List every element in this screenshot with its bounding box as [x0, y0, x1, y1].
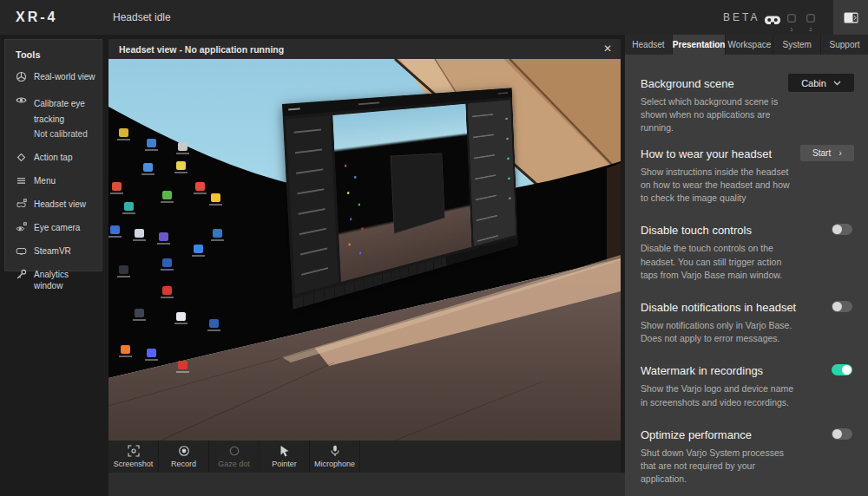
pointer-icon [279, 445, 291, 457]
gaze-dot-button[interactable]: Gaze dot [209, 441, 260, 473]
setting-background-scene: Background scene Cabin Select which back… [641, 77, 854, 135]
screenshot-icon [128, 445, 140, 457]
desktop-icon [147, 349, 156, 357]
desktop-icon [209, 319, 219, 328]
setting-title: Disable notifications in headset [641, 301, 854, 314]
desktop-icon [135, 229, 144, 238]
tab-headset[interactable]: Headset [625, 35, 673, 55]
desktop-icon [178, 361, 187, 369]
headset-view-header: Headset view - No application running ✕ [108, 39, 621, 59]
disable-touch-controls-toggle[interactable] [832, 224, 852, 235]
microphone-icon [329, 445, 341, 457]
headset-view-icon [16, 199, 27, 210]
panel-toggle-icon [844, 12, 858, 23]
desktop-icon [176, 161, 186, 170]
desktop-icon [162, 191, 172, 199]
setting-description: Show notifications only in Varjo Base. D… [641, 319, 797, 345]
screenshot-button[interactable]: Screenshot [108, 441, 159, 473]
app-logo: XR-4 [16, 10, 57, 25]
headset-view-panel: Headset view - No application running ✕ [108, 39, 621, 473]
diamond-icon [16, 152, 27, 163]
headset-view-video [108, 59, 621, 441]
desktop-icon [119, 265, 128, 274]
close-icon[interactable]: ✕ [603, 42, 612, 55]
eye-camera-icon [16, 222, 27, 233]
viewer-toolbar: Screenshot Record Gaze dot Pointer Micro… [108, 441, 621, 473]
top-bar: XR-4 Headset idle BETA 1 2 [0, 0, 868, 35]
sidebar-item-steamvr[interactable]: SteamVR [5, 239, 102, 263]
desktop-icon [213, 229, 222, 238]
setting-title: Watermark in recordings [641, 364, 854, 377]
setting-title: Disable touch controls [641, 224, 854, 237]
desktop-icon [195, 182, 205, 191]
chevron-down-icon [833, 81, 841, 86]
desktop-icon [110, 225, 120, 234]
desktop-icon [162, 286, 172, 295]
desktop-icon [159, 232, 168, 241]
beta-badge: BETA [723, 11, 760, 23]
eye-icon [16, 95, 27, 106]
tab-system[interactable]: System [773, 35, 821, 55]
optimize-performance-toggle[interactable] [832, 428, 852, 440]
desktop-icon [135, 309, 144, 317]
sidebar-item-headset-view[interactable]: Headset view [5, 193, 102, 216]
setting-description: Show instructions inside the headset on … [641, 166, 797, 206]
setting-description: Select which background scene is shown w… [641, 95, 797, 135]
setting-disable-notifications: Disable notifications in headset Show no… [641, 301, 854, 345]
record-icon [178, 445, 190, 457]
display-2-icon[interactable]: 2 [806, 10, 816, 32]
desktop-icon [162, 258, 172, 267]
background-scene-dropdown[interactable]: Cabin [788, 74, 854, 92]
desktop-icon [119, 128, 128, 137]
tools-title: Tools [16, 49, 102, 60]
sidebar-item-real-world-view[interactable]: Real-world view [5, 65, 102, 88]
headset-icon [764, 13, 781, 29]
setting-how-to-wear: How to wear your headset Start › Show in… [641, 147, 854, 206]
tools-sidebar: Tools Real-world view Calibrate eye trac… [4, 39, 102, 271]
desktop-icon [147, 139, 156, 147]
tab-support[interactable]: Support [821, 35, 868, 55]
eye-tracking-status: Not calibrated [34, 128, 98, 140]
desktop-icon [211, 193, 220, 202]
nested-window-right-panel [468, 100, 516, 246]
toggle-side-panel-button[interactable] [833, 0, 868, 35]
tab-presentation[interactable]: Presentation [673, 35, 727, 55]
record-button[interactable]: Record [159, 441, 209, 473]
desktop-icon [143, 163, 153, 172]
gaze-dot-icon [228, 445, 240, 457]
sidebar-item-menu[interactable]: Menu [5, 169, 102, 193]
microphone-button[interactable]: Microphone [310, 441, 360, 473]
tab-workspace[interactable]: Workspace [726, 35, 773, 55]
setting-watermark: Watermark in recordings Show the Varjo l… [641, 364, 854, 408]
chevron-right-icon: › [838, 148, 842, 158]
nested-window-sidebar [286, 115, 338, 294]
watermark-toggle[interactable] [832, 364, 852, 375]
desktop-icon [112, 182, 122, 191]
desktop-icon [178, 142, 187, 151]
desktop-icon [194, 245, 203, 253]
setting-description: Shut down Varjo System processes that ar… [641, 447, 797, 486]
menu-icon [16, 175, 27, 186]
setting-disable-touch-controls: Disable touch controls Disable the touch… [641, 224, 854, 282]
dropdown-value: Cabin [801, 78, 826, 88]
settings-tabs: Headset Presentation Workspace System Su… [625, 35, 868, 55]
sidebar-item-action-tap[interactable]: Action tap [5, 146, 102, 169]
disable-notifications-toggle[interactable] [832, 301, 852, 312]
nested-window-recursion [391, 153, 445, 234]
analytics-icon [16, 269, 27, 280]
headset-status: Headset idle [113, 11, 171, 23]
desktop-icon [124, 202, 134, 211]
viewer-footer-strip [108, 473, 625, 496]
setting-description: Show the Varjo logo and device name in s… [641, 382, 797, 408]
display-1-icon[interactable]: 1 [786, 10, 797, 32]
display-1-number: 1 [786, 27, 797, 32]
start-button[interactable]: Start › [800, 145, 854, 161]
real-world-view-icon [16, 71, 27, 82]
sidebar-item-calibrate-eye-tracking[interactable]: Calibrate eye tracking Not calibrated [5, 88, 102, 146]
display-2-number: 2 [806, 27, 816, 32]
steamvr-icon [16, 245, 27, 257]
sidebar-item-analytics-window[interactable]: Analytics window [5, 263, 102, 297]
pointer-button[interactable]: Pointer [260, 441, 310, 473]
setting-optimize-performance: Optimize performance Shut down Varjo Sys… [641, 428, 854, 486]
sidebar-item-eye-camera[interactable]: Eye camera [5, 216, 102, 239]
